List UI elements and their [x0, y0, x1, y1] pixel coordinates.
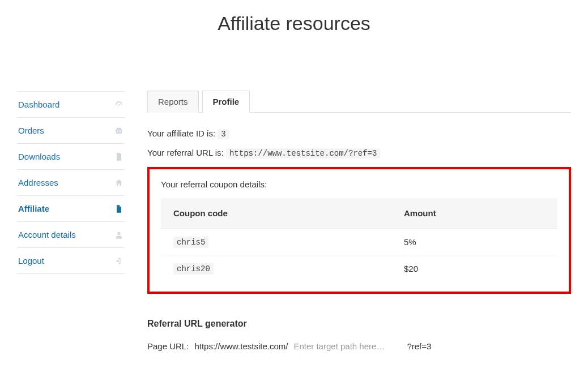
affiliate-id-value: 3	[218, 129, 229, 139]
sidebar-item-orders[interactable]: Orders	[17, 117, 125, 143]
page-url-suffix: ?ref=3	[407, 341, 431, 351]
referral-url-line: Your referral URL is: https://www.testsi…	[147, 148, 571, 158]
sidebar-item-label: Downloads	[18, 152, 60, 161]
url-generator-heading: Referral URL generator	[147, 319, 571, 329]
coupon-amount-value: 5%	[391, 229, 557, 255]
account-sidebar: Dashboard Orders Downloads Addresses Aff…	[17, 91, 125, 351]
coupon-table-header-amount: Amount	[391, 198, 557, 229]
document-icon	[114, 204, 123, 213]
page-title: Affiliate resources	[0, 12, 588, 35]
basket-icon	[114, 126, 123, 135]
coupon-amount-value: $20	[391, 255, 557, 282]
sidebar-item-label: Affiliate	[18, 204, 49, 213]
table-row: chris20 $20	[161, 255, 557, 282]
page-url-prefix-label: Page URL:	[147, 341, 189, 351]
table-row: chris5 5%	[161, 229, 557, 255]
url-generator-row: Page URL: https://www.testsite.com/ ?ref…	[147, 341, 571, 351]
sidebar-item-label: Orders	[18, 126, 44, 135]
coupon-table-header-code: Coupon code	[161, 198, 391, 229]
tab-bar: Reports Profile	[147, 90, 571, 113]
coupon-section-label: Your referral coupon details:	[161, 179, 557, 189]
tab-profile[interactable]: Profile	[202, 91, 250, 113]
coupon-details-box: Your referral coupon details: Coupon cod…	[147, 167, 571, 294]
logout-icon	[114, 256, 123, 266]
coupon-code-value: chris5	[173, 237, 208, 248]
sidebar-item-logout[interactable]: Logout	[17, 247, 125, 274]
affiliate-id-label: Your affiliate ID is:	[147, 129, 215, 138]
sidebar-item-addresses[interactable]: Addresses	[17, 169, 125, 195]
sidebar-item-account-details[interactable]: Account details	[17, 221, 125, 247]
user-icon	[114, 230, 123, 239]
sidebar-item-label: Dashboard	[18, 100, 59, 109]
dashboard-icon	[114, 100, 123, 109]
affiliate-id-line: Your affiliate ID is: 3	[147, 129, 571, 139]
coupon-code-value: chris20	[173, 263, 214, 275]
sidebar-item-label: Account details	[18, 230, 76, 239]
home-icon	[114, 178, 123, 187]
sidebar-item-affiliate[interactable]: Affiliate	[17, 195, 125, 221]
target-path-input[interactable]	[293, 341, 401, 351]
tab-reports[interactable]: Reports	[147, 91, 199, 113]
sidebar-item-label: Logout	[18, 256, 44, 266]
main-content: Reports Profile Your affiliate ID is: 3 …	[147, 90, 571, 351]
page-url-base: https://www.testsite.com/	[194, 341, 288, 351]
referral-url-value: https://www.testsite.com/?ref=3	[226, 148, 380, 159]
coupon-table: Coupon code Amount chris5 5% chris20 $20	[161, 198, 557, 281]
file-icon	[114, 152, 123, 161]
sidebar-item-label: Addresses	[18, 178, 58, 187]
referral-url-label: Your referral URL is:	[147, 148, 224, 157]
sidebar-item-dashboard[interactable]: Dashboard	[17, 91, 125, 117]
sidebar-item-downloads[interactable]: Downloads	[17, 143, 125, 169]
